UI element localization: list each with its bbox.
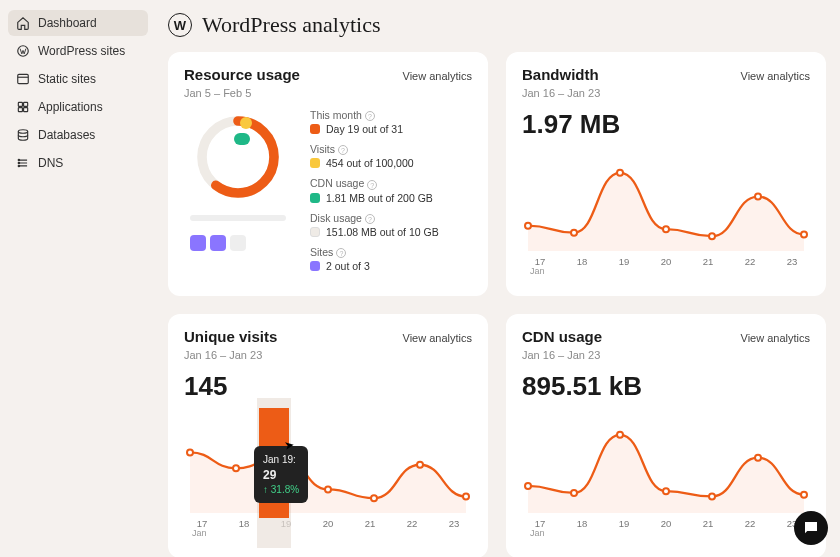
site-square [190, 235, 206, 251]
date-range: Jan 16 – Jan 23 [184, 349, 472, 361]
axis-tick: 19 [610, 518, 638, 529]
view-analytics-link[interactable]: View analytics [403, 70, 473, 82]
resource-item-month: This month? Day 19 out of 31 [310, 109, 439, 135]
axis-tick: 21 [694, 518, 722, 529]
svg-rect-5 [24, 108, 28, 112]
color-chip-icon [310, 227, 320, 237]
card-title: Bandwidth [522, 66, 599, 83]
house-icon [16, 16, 30, 30]
resource-item-visits: Visits? 454 out of 100,000 [310, 143, 439, 169]
help-icon[interactable]: ? [365, 214, 375, 224]
site-square [210, 235, 226, 251]
donut-blob-yellow [240, 117, 252, 129]
axis-tick: 23 [778, 256, 806, 267]
axis-tick: 21 [356, 518, 384, 529]
svg-point-16 [709, 233, 715, 239]
card-bandwidth: Bandwidth View analytics Jan 16 – Jan 23… [506, 52, 826, 296]
sidebar-item-databases[interactable]: Databases [8, 122, 148, 148]
color-chip-icon [310, 124, 320, 134]
color-chip-icon [310, 158, 320, 168]
axis-tick: 22 [736, 256, 764, 267]
svg-point-20 [233, 465, 239, 471]
arrow-up-icon: ↑ [263, 484, 268, 495]
resource-item-sites: Sites? 2 out of 3 [310, 246, 439, 272]
chat-button[interactable] [794, 511, 828, 545]
axis-tick: 20 [652, 518, 680, 529]
card-title: Resource usage [184, 66, 300, 83]
resource-donut [190, 109, 286, 205]
chat-icon [802, 519, 820, 537]
svg-point-23 [371, 495, 377, 501]
visits-chart: Jan 19: 29 ↑ 31.8% ➤ 17181920212223 Jan [184, 408, 472, 548]
svg-point-29 [663, 488, 669, 494]
view-analytics-link[interactable]: View analytics [741, 332, 811, 344]
axis-tick: 21 [694, 256, 722, 267]
sidebar-item-static-sites[interactable]: Static sites [8, 66, 148, 92]
axis-tick: 18 [568, 256, 596, 267]
grid-icon [16, 100, 30, 114]
donut-blob-green [234, 133, 250, 145]
axis-tick: 19 [610, 256, 638, 267]
site-square-empty [230, 235, 246, 251]
cdn-chart: 17181920212223 Jan [522, 408, 810, 548]
sidebar-item-applications[interactable]: Applications [8, 94, 148, 120]
cards-grid: Resource usage View analytics Jan 5 – Fe… [168, 52, 826, 557]
date-range: Jan 16 – Jan 23 [522, 349, 810, 361]
svg-rect-3 [24, 102, 28, 106]
sidebar: Dashboard WordPress sites Static sites A… [0, 0, 156, 557]
metric-value: 895.51 kB [522, 371, 810, 402]
sidebar-item-label: Applications [38, 100, 103, 114]
help-icon[interactable]: ? [367, 180, 377, 190]
svg-point-12 [525, 223, 531, 229]
svg-point-14 [617, 170, 623, 176]
svg-point-17 [755, 194, 761, 200]
sidebar-item-dns[interactable]: DNS [8, 150, 148, 176]
svg-rect-2 [18, 102, 22, 106]
sidebar-item-dashboard[interactable]: Dashboard [8, 10, 148, 36]
svg-point-6 [18, 130, 27, 134]
card-cdn-usage: CDN usage View analytics Jan 16 – Jan 23… [506, 314, 826, 557]
svg-rect-4 [18, 108, 22, 112]
svg-point-18 [801, 231, 807, 237]
sidebar-item-label: Databases [38, 128, 95, 142]
metric-value: 1.97 MB [522, 109, 810, 140]
dns-icon [16, 156, 30, 170]
sites-indicator [190, 235, 292, 251]
page-title: WordPress analytics [202, 12, 380, 38]
svg-point-13 [571, 230, 577, 236]
help-icon[interactable]: ? [338, 145, 348, 155]
color-chip-icon [310, 193, 320, 203]
svg-point-32 [801, 492, 807, 498]
axis-tick: 18 [568, 518, 596, 529]
help-icon[interactable]: ? [336, 248, 346, 258]
chart-tooltip: Jan 19: 29 ↑ 31.8% [254, 446, 308, 503]
svg-point-28 [617, 432, 623, 438]
metric-value: 145 [184, 371, 472, 402]
axis-tick: 20 [652, 256, 680, 267]
svg-point-22 [325, 486, 331, 492]
wordpress-logo-icon: W [168, 13, 192, 37]
card-title: Unique visits [184, 328, 277, 345]
view-analytics-link[interactable]: View analytics [403, 332, 473, 344]
svg-point-24 [417, 462, 423, 468]
disk-usage-bar [190, 215, 286, 221]
svg-point-31 [755, 455, 761, 461]
card-unique-visits: Unique visits View analytics Jan 16 – Ja… [168, 314, 488, 557]
resource-item-disk: Disk usage? 151.08 MB out of 10 GB [310, 212, 439, 238]
axis-tick: 22 [398, 518, 426, 529]
date-range: Jan 5 – Feb 5 [184, 87, 472, 99]
svg-point-25 [463, 493, 469, 499]
database-icon [16, 128, 30, 142]
svg-rect-1 [18, 74, 29, 83]
card-resource-usage: Resource usage View analytics Jan 5 – Fe… [168, 52, 488, 296]
resource-item-cdn: CDN usage? 1.81 MB out of 200 GB [310, 177, 439, 203]
axis-tick: 23 [440, 518, 468, 529]
color-chip-icon [310, 261, 320, 271]
card-title: CDN usage [522, 328, 602, 345]
svg-point-15 [663, 226, 669, 232]
svg-point-9 [18, 165, 19, 166]
sidebar-item-wordpress-sites[interactable]: WordPress sites [8, 38, 148, 64]
axis-tick: 18 [230, 518, 258, 529]
view-analytics-link[interactable]: View analytics [741, 70, 811, 82]
help-icon[interactable]: ? [365, 111, 375, 121]
